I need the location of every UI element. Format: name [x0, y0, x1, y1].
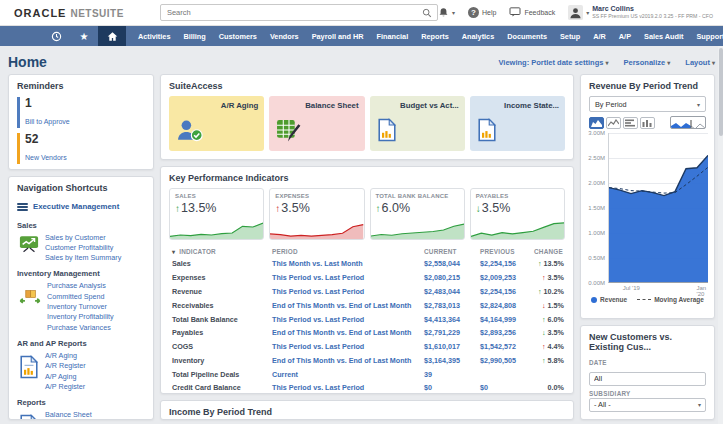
suiteaccess-card-budget-vs-actual[interactable]: Budget vs Act... [370, 96, 465, 151]
notifications-menu[interactable]: ▾ [438, 7, 455, 19]
scrollbar-thumb[interactable] [719, 48, 723, 136]
chart-type-line-button[interactable] [606, 117, 621, 129]
shortcut-group-sales: Sales [9, 215, 153, 231]
table-row[interactable]: SalesThis Month vs. Last Month$2,558,044… [169, 257, 567, 271]
nav-analytics[interactable]: Analytics [462, 32, 494, 41]
nav-reports[interactable]: Reports [421, 32, 449, 41]
suiteaccess-card-ar-aging[interactable]: A/R Aging [169, 96, 264, 151]
shortcut-executive-management[interactable]: Executive Management [9, 196, 153, 214]
new-vs-existing-customers-portlet: New Customers vs. Existing Cus... DATE S… [580, 325, 715, 420]
shortcut-link[interactable]: Sales by Item Summary [45, 253, 121, 263]
nav-ap[interactable]: A/P [619, 32, 631, 41]
period-select[interactable]: By Period▾ [589, 96, 706, 112]
card-label: Income State... [504, 101, 559, 110]
nav-vendors[interactable]: Vendors [270, 32, 299, 41]
reminder-new-vendors[interactable]: 52 New Vendors [17, 133, 145, 164]
table-row[interactable]: Credit Card BalanceThis Period vs. Last … [169, 381, 567, 394]
shortcut-link[interactable]: A/P Register [45, 382, 86, 392]
kpi-card-expenses[interactable]: EXPENSES ↑3.5% [269, 188, 364, 240]
kpi-label: PAYABLES [476, 193, 559, 199]
report-document-icon [477, 118, 497, 146]
table-row[interactable]: ExpensesThis Period vs. Last Period$2,08… [169, 271, 567, 285]
plot-area[interactable] [608, 133, 708, 283]
vertical-scrollbar[interactable] [718, 46, 723, 424]
nav-financial[interactable]: Financial [377, 32, 409, 41]
nav-customers[interactable]: Customers [219, 32, 257, 41]
shortcut-link[interactable]: Committed Spend [47, 292, 114, 302]
reminder-link[interactable]: New Vendors [25, 154, 67, 161]
shortcut-link[interactable]: Balance Sheet [45, 410, 114, 420]
shortcut-link[interactable]: Inventory Profitability [47, 312, 114, 322]
legend-moving-average[interactable]: Moving Average [637, 296, 704, 303]
global-search[interactable] [160, 4, 438, 21]
card-label: Balance Sheet [305, 101, 358, 110]
suiteaccess-title: SuiteAccess [161, 75, 573, 94]
revenue-by-period-trend-portlet: Revenue By Period Trend By Period▾ [580, 74, 715, 319]
report-document-icon [377, 118, 397, 146]
trend-down-icon: ↓ [476, 203, 481, 214]
nav-support[interactable]: Support [696, 32, 723, 41]
kpi-card-payables[interactable]: PAYABLES ↓3.5% [470, 188, 565, 240]
table-row[interactable]: Total Bank BalanceThis Period vs. Last P… [169, 312, 567, 326]
filter-caret-icon[interactable]: ▾ [172, 249, 175, 255]
kpi-card-sales[interactable]: SALES ↑13.5% [169, 188, 264, 240]
shortcuts-title: Navigation Shortcuts [9, 177, 153, 196]
trend-up-icon: ↑ [175, 203, 180, 214]
kpi-table: ▾ INDICATOR PERIOD CURRENT PREVIOUS CHAN… [169, 246, 567, 394]
reminder-link[interactable]: Bill to Approve [25, 118, 70, 125]
search-icon[interactable] [422, 8, 437, 18]
revenue-trend-title: Revenue By Period Trend [581, 75, 714, 94]
nav-sales-audit[interactable]: Sales Audit [644, 32, 683, 41]
total-readout: TOTAL: 2 [589, 419, 706, 421]
shortcut-link[interactable]: Inventory Turnover [47, 302, 114, 312]
help-button[interactable]: ? Help [468, 7, 496, 18]
nav-payroll-hr[interactable]: Payroll and HR [312, 32, 364, 41]
revenue-chart: 3.00M 2.50M 2.00M 1.50M 1.00M 0.50M 0.00… [585, 133, 708, 283]
suiteaccess-card-income-statement[interactable]: Income State... [470, 96, 565, 151]
chart-type-area-button[interactable] [589, 117, 604, 129]
chart-range-selector[interactable] [670, 116, 706, 129]
kpi-card-total-bank-balance[interactable]: TOTAL BANK BALANCE ↑6.0% [370, 188, 465, 240]
reminder-bill-to-approve[interactable]: 1 Bill to Approve [17, 97, 145, 128]
home-icon[interactable] [98, 26, 126, 46]
shortcut-link[interactable]: Purchase Variances [47, 323, 114, 333]
subsidiary-select[interactable]: - All -▾ [589, 398, 706, 412]
x-axis: Jul '19 Jan '20 [608, 283, 714, 293]
suiteaccess-card-balance-sheet[interactable]: Balance Sheet [269, 96, 364, 151]
shortcut-link[interactable]: Purchase Analysis [47, 281, 114, 291]
chart-type-bar-horizontal-button[interactable] [623, 117, 638, 129]
shortcut-link[interactable]: Customer Profitability [45, 243, 121, 253]
moving-average-series [609, 133, 708, 282]
shortcuts-star-icon[interactable]: ★ [70, 26, 98, 46]
recent-records-icon[interactable] [42, 26, 70, 46]
netsuite-logo: ORACLE NETSUITE [14, 7, 124, 19]
table-row[interactable]: RevenueThis Period vs. Last Period$2,483… [169, 285, 567, 299]
layout-menu[interactable]: Layout ▾ [685, 58, 715, 67]
bell-icon [438, 7, 449, 19]
user-menu[interactable]: ▾ Marc Collins SS FF Premium US v2019.2.… [568, 5, 713, 21]
shortcut-link[interactable]: A/P Aging [45, 372, 86, 382]
nav-ar[interactable]: A/R [593, 32, 606, 41]
table-row[interactable]: PayablesEnd of This Month vs. End of Las… [169, 326, 567, 340]
trend-up-icon: ↑ [376, 203, 381, 214]
table-row[interactable]: COGSThis Period vs. Last Period$1,610,01… [169, 340, 567, 354]
table-row[interactable]: InventoryEnd of This Month vs. End of La… [169, 353, 567, 367]
viewing-portlet-date-settings[interactable]: Viewing: Portlet date settings ▾ [499, 58, 609, 67]
table-row[interactable]: Total Pipeline DealsCurrent39 [169, 367, 567, 381]
search-input[interactable] [161, 8, 422, 17]
nav-billing[interactable]: Billing [183, 32, 205, 41]
date-field[interactable] [589, 372, 706, 386]
shortcut-link[interactable]: A/R Aging [45, 351, 86, 361]
legend-revenue[interactable]: Revenue [591, 296, 627, 303]
nav-setup[interactable]: Setup [560, 32, 580, 41]
shortcut-link[interactable]: Sales by Customer [45, 233, 121, 243]
nav-documents[interactable]: Documents [507, 32, 547, 41]
reminders-title: Reminders [9, 75, 153, 94]
nav-activities[interactable]: Activities [138, 32, 170, 41]
shortcut-link[interactable]: A/R Register [45, 361, 86, 371]
legend-dot-icon [591, 297, 597, 303]
personalize-menu[interactable]: Personalize ▾ [624, 58, 671, 67]
chart-type-column-button[interactable] [640, 117, 655, 129]
feedback-button[interactable]: Feedback [509, 7, 555, 18]
table-row[interactable]: ReceivablesEnd of This Month vs. End of … [169, 298, 567, 312]
